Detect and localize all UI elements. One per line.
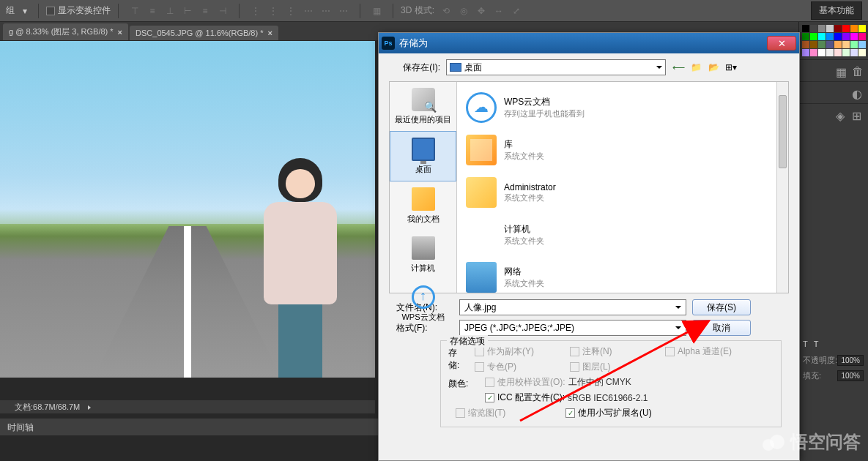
color-swatch[interactable] [810, 41, 817, 48]
opacity-label: 不透明度: [803, 355, 837, 366]
type-tool-icon[interactable]: T [803, 340, 808, 348]
distribute-bottom-icon[interactable]: ⋮ [283, 3, 299, 19]
back-icon[interactable]: ⟵ [672, 61, 685, 74]
align-middle-icon[interactable]: ≡ [144, 3, 160, 19]
layers-icon[interactable]: ▦ [836, 65, 847, 77]
color-swatch[interactable] [858, 33, 866, 40]
color-swatch[interactable] [850, 41, 858, 48]
dialog-titlebar[interactable]: Ps 存储为 ✕ [379, 33, 799, 53]
color-swatch[interactable] [834, 41, 842, 48]
fill-label: 填充: [803, 370, 821, 381]
3d-slide-icon[interactable]: ↔ [491, 3, 507, 19]
channels-icon[interactable]: ⊞ [852, 109, 864, 121]
format-dropdown[interactable]: JPEG (*.JPG;*.JPEG;*.JPE) [459, 320, 686, 336]
align-bottom-icon[interactable]: ⊥ [162, 3, 178, 19]
distribute-top-icon[interactable]: ⋮ [248, 3, 264, 19]
tab-close-icon[interactable]: × [267, 29, 272, 37]
view-menu-icon[interactable]: ⊞▾ [724, 61, 738, 74]
sidebar-item-mydocs[interactable]: 我的文档 [390, 181, 456, 230]
color-swatch[interactable] [810, 25, 817, 32]
file-item[interactable]: 计算机系统文件夹 [461, 214, 784, 256]
color-swatch[interactable] [850, 33, 858, 40]
sidebar-item-recent[interactable]: 最近使用的项目 [390, 82, 456, 131]
color-swatch[interactable] [826, 25, 834, 32]
scrollbar-thumb[interactable] [779, 95, 787, 168]
cancel-button[interactable]: 取消 [692, 320, 751, 336]
file-item[interactable]: 库系统文件夹 [461, 129, 784, 171]
auto-align-icon[interactable]: ▦ [368, 3, 385, 19]
color-swatch[interactable] [826, 33, 834, 40]
file-item[interactable]: 网络系统文件夹 [461, 256, 784, 299]
up-folder-icon[interactable]: 📁 [689, 61, 702, 74]
location-dropdown[interactable]: 桌面 [446, 59, 666, 75]
align-top-icon[interactable]: ⊤ [127, 3, 143, 19]
tab-label: g @ 8.33% (图层 3, RGB/8) * [9, 26, 114, 37]
color-swatch[interactable] [842, 25, 850, 32]
color-swatch[interactable] [834, 49, 842, 56]
transform-controls-label: 显示变换控件 [58, 4, 111, 17]
distribute-center-icon[interactable]: ⋯ [318, 3, 334, 19]
color-swatch[interactable] [858, 49, 866, 56]
save-button[interactable]: 保存(S) [692, 299, 751, 315]
color-swatch[interactable] [826, 41, 834, 48]
transform-controls-checkbox[interactable]: 显示变换控件 [46, 4, 111, 17]
color-swatch[interactable] [802, 41, 809, 48]
align-right-icon[interactable]: ⊣ [215, 3, 231, 19]
nav-icons: ⟵ 📁 📂 ⊞▾ [672, 61, 738, 74]
tab-close-icon[interactable]: × [118, 28, 122, 37]
color-swatch[interactable] [850, 25, 858, 32]
new-folder-icon[interactable]: 📂 [707, 61, 720, 74]
align-center-icon[interactable]: ≡ [197, 3, 213, 19]
opacity-value[interactable]: 100% [837, 355, 864, 366]
3d-orbit-icon[interactable]: ⟲ [438, 3, 454, 19]
dropdown-caret-icon [656, 66, 662, 69]
lowercase-ext-checkbox[interactable]: 使用小写扩展名(U) [565, 407, 652, 419]
color-swatch[interactable] [802, 25, 809, 32]
color-swatch[interactable] [810, 49, 817, 56]
trash-icon[interactable]: 🗑 [852, 65, 864, 77]
color-swatch[interactable] [834, 33, 842, 40]
document-tab[interactable]: g @ 8.33% (图层 3, RGB/8) * × [3, 23, 128, 40]
styles-icon[interactable]: ◈ [836, 109, 847, 121]
color-swatch[interactable] [818, 33, 826, 40]
color-swatch[interactable] [834, 25, 842, 32]
3d-scale-icon[interactable]: ⤢ [508, 3, 524, 19]
align-left-icon[interactable]: ⊢ [179, 3, 196, 19]
info-arrow-icon[interactable] [88, 405, 91, 410]
color-swatch[interactable] [858, 41, 866, 48]
color-swatch[interactable] [842, 33, 850, 40]
dialog-close-button[interactable]: ✕ [767, 36, 796, 50]
color-swatch[interactable] [842, 49, 850, 56]
3d-roll-icon[interactable]: ◎ [456, 3, 472, 19]
canvas-image[interactable] [0, 41, 375, 378]
document-tab[interactable]: DSC_0545.JPG @ 11.6%(RGB/8) * × [130, 26, 278, 40]
adjustments-icon[interactable]: ◐ [852, 87, 864, 99]
color-swatch[interactable] [802, 49, 809, 56]
distribute-left-icon[interactable]: ⋯ [300, 3, 316, 19]
type-tool-icon[interactable]: T [814, 340, 819, 348]
distribute-middle-icon[interactable]: ⋮ [265, 3, 281, 19]
workspace-selector[interactable]: 基本功能 [811, 1, 862, 20]
divider [239, 4, 240, 18]
icc-profile-checkbox[interactable]: ICC 配置文件(C): sRGB IEC61966-2.1 [485, 391, 648, 404]
sidebar-item-label: 计算机 [393, 263, 453, 274]
fill-value[interactable]: 100% [837, 370, 864, 381]
group-dropdown[interactable]: ▾ [19, 5, 31, 17]
scrollbar[interactable] [776, 82, 788, 293]
distribute-right-icon[interactable]: ⋯ [335, 3, 352, 19]
3d-pan-icon[interactable]: ✥ [473, 3, 489, 19]
sidebar-item-computer[interactable]: 计算机 [390, 230, 456, 280]
color-swatch[interactable] [810, 33, 817, 40]
color-swatch[interactable] [802, 33, 809, 40]
filename-input[interactable]: 人像.jpg [459, 299, 686, 315]
color-swatch[interactable] [818, 25, 826, 32]
file-item[interactable]: Administrator系统文件夹 [461, 171, 784, 214]
color-swatch[interactable] [826, 49, 834, 56]
file-item[interactable]: WPS云文档存到这里手机也能看到 [461, 86, 784, 129]
color-swatch[interactable] [858, 25, 866, 32]
color-swatch[interactable] [850, 49, 858, 56]
color-swatch[interactable] [818, 49, 826, 56]
color-swatch[interactable] [842, 41, 850, 48]
color-swatch[interactable] [818, 41, 826, 48]
sidebar-item-desktop[interactable]: 桌面 [390, 131, 456, 181]
